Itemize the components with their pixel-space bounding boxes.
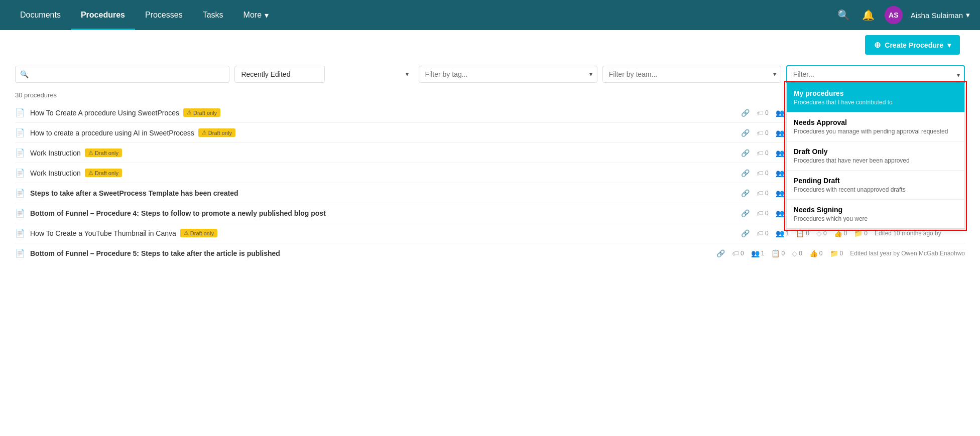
status-filter-input[interactable]	[786, 65, 965, 83]
procedure-title: How To Create A procedure Using SweetPro…	[30, 108, 736, 117]
likes-count: 👍 0	[809, 249, 823, 257]
tag-icon: 🏷	[757, 189, 764, 197]
document-icon: 📄	[15, 228, 25, 238]
tag-icon: 🏷	[757, 209, 764, 217]
document-icon: 📄	[15, 108, 25, 117]
nav-item-documents[interactable]: Documents	[10, 0, 71, 30]
document-icon: 📄	[15, 188, 25, 198]
plus-icon: ⊕	[874, 40, 881, 50]
diamond-icon: ◇	[816, 229, 822, 237]
create-procedure-button[interactable]: ⊕ Create Procedure ▾	[865, 35, 960, 55]
docs-icon: 📋	[796, 229, 804, 237]
procedure-meta: 🔗 🏷 0 👥 1 📋 0 ◇ 0 👍	[716, 249, 965, 257]
nav-item-processes[interactable]: Processes	[135, 0, 193, 30]
search-icon[interactable]: 🔍	[835, 7, 852, 23]
link-icon: 🔗	[741, 149, 750, 157]
tags-count: 🏷 0	[757, 149, 769, 157]
draft-badge: ⚠ Draft only	[183, 108, 220, 117]
filter-option-desc: Procedures which you were	[794, 215, 957, 222]
tags-count: 🏷 0	[732, 249, 744, 257]
thumb-icon: 👍	[834, 229, 842, 237]
link-icon: 🔗	[716, 249, 725, 257]
tag-icon: 🏷	[757, 169, 764, 177]
link-icon: 🔗	[741, 169, 750, 177]
tags-count: 🏷 0	[757, 169, 769, 177]
nav-item-tasks[interactable]: Tasks	[193, 0, 233, 30]
top-navigation: Documents Procedures Processes Tasks Mor…	[0, 0, 980, 30]
tags-count: 🏷 0	[757, 109, 769, 117]
folder-icon: 📁	[854, 229, 863, 237]
folders-count: 📁 0	[830, 249, 843, 257]
document-icon: 📄	[15, 148, 25, 158]
thumb-icon: 👍	[809, 249, 818, 257]
team-count: 👥 1	[751, 249, 765, 257]
filters-row: 🔍 Recently Edited My procedures Procedur…	[15, 65, 965, 83]
search-wrapper: 🔍	[15, 66, 229, 83]
draft-badge: ⚠ Draft only	[85, 169, 122, 177]
team-filter-input[interactable]	[602, 66, 781, 83]
filter-option-desc: Procedures you manage with pending appro…	[794, 128, 957, 135]
filter-option-needs-signing[interactable]: Needs Signing Procedures which you were	[787, 200, 964, 228]
procedure-title: How To Create a YouTube Thumbnail in Can…	[30, 229, 736, 237]
likes-count: 👍 0	[834, 229, 847, 237]
tags-count: 🏷 0	[757, 129, 769, 137]
team-count: 👥 1	[776, 229, 789, 237]
draft-badge: ⚠ Draft only	[198, 128, 235, 137]
document-icon: 📄	[15, 168, 25, 178]
filter-option-title: Pending Draft	[794, 177, 957, 185]
nav-item-more[interactable]: More ▾	[233, 0, 279, 30]
tag-icon: 🏷	[757, 229, 764, 237]
link-icon: 🔗	[741, 209, 750, 217]
document-icon: 📄	[15, 248, 25, 258]
tags-count: 🏷 0	[757, 189, 769, 197]
search-icon: 🔍	[20, 70, 29, 78]
filter-option-title: My procedures	[794, 89, 957, 97]
filter-option-draft-only[interactable]: Draft Only Procedures that have never be…	[787, 141, 964, 171]
document-icon: 📄	[15, 208, 25, 218]
diamond-icon: ◇	[792, 249, 797, 257]
nav-right: 🔍 🔔 AS Aisha Sulaiman ▾	[835, 6, 970, 24]
chevron-down-icon: ▾	[265, 11, 269, 20]
filter-option-title: Needs Approval	[794, 118, 957, 126]
team-filter-wrapper	[602, 66, 781, 83]
team-icon: 👥	[776, 149, 784, 157]
procedure-meta: 🔗 🏷 0 👥 1 📋 0 ◇ 0 👍	[741, 229, 965, 237]
folder-icon: 📁	[830, 249, 838, 257]
sort-select-wrapper: Recently Edited	[234, 66, 413, 83]
procedure-title: Work Instruction ⚠ Draft only	[30, 149, 736, 157]
tag-icon: 🏷	[757, 149, 764, 157]
diamonds-count: ◇ 0	[816, 229, 827, 237]
sort-select[interactable]: Recently Edited	[234, 66, 325, 83]
bell-icon[interactable]: 🔔	[860, 7, 877, 23]
team-icon: 👥	[776, 229, 784, 237]
status-filter-dropdown: My procedures Procedures that I have con…	[786, 83, 965, 229]
filter-option-needs-approval[interactable]: Needs Approval Procedures you manage wit…	[787, 112, 964, 141]
tag-filter-input[interactable]	[419, 66, 597, 83]
filter-option-title: Needs Signing	[794, 206, 957, 214]
link-icon: 🔗	[741, 189, 750, 197]
docs-count: 📋 0	[771, 249, 785, 257]
nav-item-procedures[interactable]: Procedures	[71, 0, 135, 30]
filter-option-desc: Procedures that I have contributed to	[794, 99, 957, 106]
team-icon: 👥	[776, 109, 784, 117]
nav-items: Documents Procedures Processes Tasks Mor…	[10, 0, 835, 30]
tag-filter-wrapper	[419, 66, 597, 83]
team-icon: 👥	[751, 249, 760, 257]
docs-icon: 📋	[771, 249, 780, 257]
procedure-title: Bottom of Funnel – Procedure 4: Steps to…	[30, 209, 736, 217]
team-icon: 👥	[776, 209, 784, 217]
user-name-button[interactable]: Aisha Sulaiman ▾	[911, 11, 970, 20]
procedure-title: Work Instruction ⚠ Draft only	[30, 169, 736, 177]
team-icon: 👥	[776, 189, 784, 197]
procedure-title: Steps to take after a SweetProcess Templ…	[30, 189, 736, 197]
docs-count: 📋 0	[796, 229, 809, 237]
draft-badge: ⚠ Draft only	[85, 149, 122, 157]
search-input[interactable]	[15, 66, 229, 83]
tag-icon: 🏷	[732, 249, 739, 257]
filter-option-title: Draft Only	[794, 148, 957, 156]
filter-option-my-procedures[interactable]: My procedures Procedures that I have con…	[787, 83, 964, 112]
dropdown-arrow-icon: ▾	[947, 41, 951, 49]
filter-option-pending-draft[interactable]: Pending Draft Procedures with recent una…	[787, 171, 964, 200]
procedure-item[interactable]: 📄 Bottom of Funnel – Procedure 5: Steps …	[15, 243, 965, 263]
tag-icon: 🏷	[757, 109, 764, 117]
